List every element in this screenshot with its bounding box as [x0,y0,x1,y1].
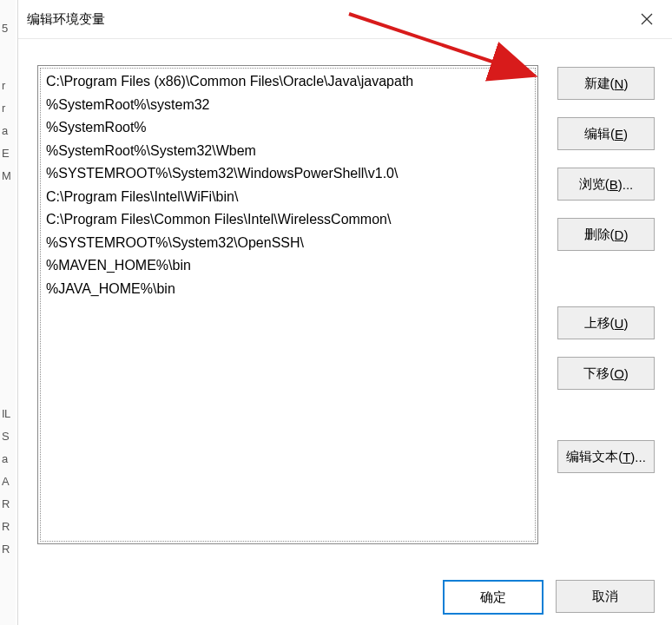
dialog-title: 编辑环境变量 [27,11,105,28]
list-item[interactable]: %SYSTEMROOT%\System32\OpenSSH\ [44,232,531,255]
path-listbox[interactable]: C:\Program Files (x86)\Common Files\Orac… [37,65,538,544]
background-window-strip: 5 r r a E M IL S a A R R R [0,0,16,625]
list-item[interactable]: C:\Program Files (x86)\Common Files\Orac… [44,70,531,94]
side-buttons: 新建(N) 编辑(E) 浏览(B)... 删除(D) 上移(U) [557,65,655,544]
close-icon[interactable] [632,6,662,32]
list-item[interactable]: %SystemRoot% [44,116,531,140]
list-item[interactable]: C:\Program Files\Intel\WiFi\bin\ [44,186,531,209]
list-item[interactable]: %SystemRoot%\System32\Wbem [44,140,531,163]
list-item[interactable]: %JAVA_HOME%\bin [44,278,531,301]
cancel-button[interactable]: 取消 [556,580,655,613]
titlebar: 编辑环境变量 [18,0,672,39]
edit-button[interactable]: 编辑(E) [557,117,655,150]
edit-text-button[interactable]: 编辑文本(T)... [557,440,655,473]
list-item[interactable]: C:\Program Files\Common Files\Intel\Wire… [44,208,531,232]
list-item[interactable]: %SYSTEMROOT%\System32\WindowsPowerShell\… [44,162,531,186]
new-button[interactable]: 新建(N) [557,67,655,100]
list-item[interactable]: %SystemRoot%\system32 [44,94,531,117]
move-down-button[interactable]: 下移(O) [557,357,655,390]
dialog-footer: 确定 取消 [443,580,655,615]
move-up-button[interactable]: 上移(U) [557,306,655,339]
browse-button[interactable]: 浏览(B)... [557,168,655,201]
list-item[interactable]: %MAVEN_HOME%\bin [44,254,531,278]
edit-env-var-dialog: 编辑环境变量 C:\Program Files (x86)\Common Fil… [17,0,672,625]
ok-button[interactable]: 确定 [443,580,544,615]
delete-button[interactable]: 删除(D) [557,218,655,251]
